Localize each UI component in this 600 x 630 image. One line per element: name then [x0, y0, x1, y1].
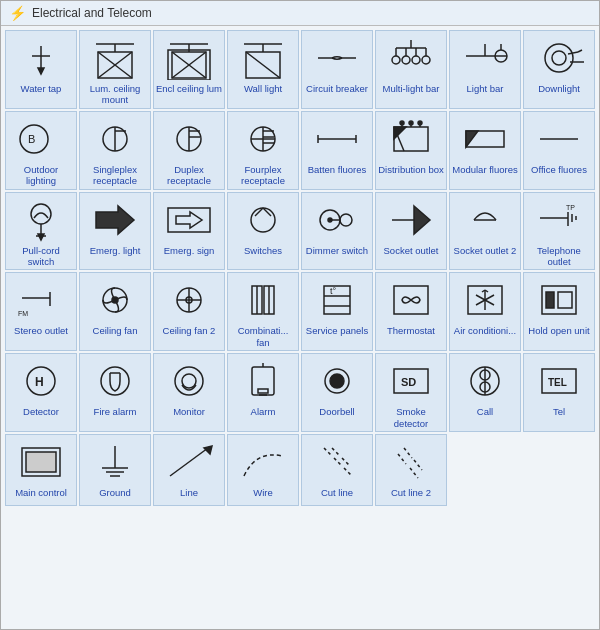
symbol-stereo-outlet[interactable]: FM Stereo outlet	[5, 272, 77, 351]
symbol-switches[interactable]: Switches	[227, 192, 299, 271]
symbol-lum-ceiling-mount[interactable]: Lum. ceiling mount	[79, 30, 151, 109]
svg-line-152	[324, 448, 332, 456]
symbol-air-conditioning[interactable]: Air conditioni...	[449, 272, 521, 351]
svg-point-73	[31, 204, 51, 224]
symbol-alarm[interactable]: Alarm	[227, 353, 299, 432]
symbol-singleplex-receptacle[interactable]: Singleplex receptacle	[79, 111, 151, 190]
svg-point-29	[402, 56, 410, 64]
svg-line-154	[344, 468, 352, 476]
svg-line-153	[334, 458, 342, 466]
symbol-water-tap[interactable]: Water tap	[5, 30, 77, 109]
symbol-label: Cut line	[321, 487, 353, 498]
symbol-distribution-box[interactable]: Distribution box	[375, 111, 447, 190]
symbol-dimmer-switch[interactable]: Dimmer switch	[301, 192, 373, 271]
symbol-light-bar[interactable]: Light bar	[449, 30, 521, 109]
svg-point-84	[340, 214, 352, 226]
symbol-encl-ceiling-lum[interactable]: Encl ceiling lum	[153, 30, 225, 109]
symbol-batten-fluores[interactable]: Batten fluores	[301, 111, 373, 190]
symbol-label: Downlight	[538, 83, 580, 94]
symbol-tel[interactable]: TEL Tel	[523, 353, 595, 432]
svg-rect-121	[558, 292, 572, 308]
symbol-grid: Water tap Lum. ceiling mount	[1, 26, 599, 510]
title-bar: ⚡ Electrical and Telecom	[1, 1, 599, 26]
symbol-label: Encl ceiling lum	[156, 83, 222, 94]
symbol-emerg-light[interactable]: Emerg. light	[79, 192, 151, 271]
symbol-monitor[interactable]: Monitor	[153, 353, 225, 432]
svg-point-64	[400, 121, 404, 125]
symbol-emerg-sign[interactable]: Emerg. sign	[153, 192, 225, 271]
symbol-label: Line	[180, 487, 198, 498]
svg-rect-145	[26, 452, 56, 472]
symbol-outdoor-lighting[interactable]: B Outdoor lighting	[5, 111, 77, 190]
symbol-downlight[interactable]: Downlight	[523, 30, 595, 109]
symbol-label: Duplex receptacle	[156, 164, 222, 187]
symbol-label: Doorbell	[319, 406, 354, 417]
symbol-label: Socket outlet	[384, 245, 439, 256]
symbol-service-panels[interactable]: t° Service panels	[301, 272, 373, 351]
symbol-label: Air conditioni...	[454, 325, 516, 336]
symbol-label: Office fluores	[531, 164, 587, 175]
symbol-ground[interactable]: Ground	[79, 434, 151, 506]
symbol-label: Lum. ceiling mount	[82, 83, 148, 106]
symbol-ceiling-fan[interactable]: Ceiling fan	[79, 272, 151, 351]
svg-point-129	[182, 374, 196, 388]
svg-rect-108	[324, 286, 350, 314]
symbol-modular-fluores[interactable]: Modular fluores	[449, 111, 521, 190]
symbol-fire-alarm[interactable]: Fire alarm	[79, 353, 151, 432]
svg-text:H: H	[35, 375, 44, 389]
symbol-label: Fire alarm	[94, 406, 137, 417]
svg-point-30	[412, 56, 420, 64]
svg-text:B: B	[28, 133, 35, 145]
symbol-label: Circuit breaker	[306, 83, 368, 94]
symbol-label: Ceiling fan	[93, 325, 138, 336]
symbol-telephone-outlet[interactable]: TP Telephone outlet	[523, 192, 595, 271]
symbol-call[interactable]: Call	[449, 353, 521, 432]
svg-marker-71	[466, 131, 478, 147]
symbol-label: Cut line 2	[391, 487, 431, 498]
symbol-pull-cord-switch[interactable]: Pull-cord switch	[5, 192, 77, 271]
svg-line-150	[170, 448, 208, 476]
symbol-hold-open-unit[interactable]: Hold open unit	[523, 272, 595, 351]
symbol-label: Water tap	[21, 83, 62, 94]
symbol-label: Ceiling fan 2	[163, 325, 216, 336]
symbol-fourplex-receptacle[interactable]: Fourplex receptacle	[227, 111, 299, 190]
svg-text:t°: t°	[330, 286, 337, 296]
svg-point-38	[552, 51, 566, 65]
window-title: Electrical and Telecom	[32, 6, 152, 20]
symbol-doorbell[interactable]: Doorbell	[301, 353, 373, 432]
symbol-main-control[interactable]: Main control	[5, 434, 77, 506]
symbol-label: Main control	[15, 487, 67, 498]
symbol-cut-line-2[interactable]: Cut line 2	[375, 434, 447, 506]
symbol-socket-outlet-2[interactable]: Socket outlet 2	[449, 192, 521, 271]
symbol-duplex-receptacle[interactable]: Duplex receptacle	[153, 111, 225, 190]
symbol-label: Wire	[253, 487, 273, 498]
svg-text:TP: TP	[566, 204, 575, 211]
symbol-multi-light-bar[interactable]: Multi-light bar	[375, 30, 447, 109]
symbol-label: Multi-light bar	[382, 83, 439, 94]
symbol-wall-light[interactable]: Wall light	[227, 30, 299, 109]
symbol-cut-line[interactable]: Cut line	[301, 434, 373, 506]
symbol-smoke-detector[interactable]: SD Smoke detector	[375, 353, 447, 432]
symbol-wire[interactable]: Wire	[227, 434, 299, 506]
symbol-label: Emerg. light	[90, 245, 141, 256]
svg-line-41	[578, 50, 582, 52]
symbol-label: Modular fluores	[452, 164, 517, 175]
symbol-label: Dimmer switch	[306, 245, 368, 256]
symbol-office-fluores[interactable]: Office fluores	[523, 111, 595, 190]
svg-point-31	[422, 56, 430, 64]
symbol-ceiling-fan-2[interactable]: Ceiling fan 2	[153, 272, 225, 351]
svg-text:TEL: TEL	[548, 377, 567, 388]
symbol-line[interactable]: Line	[153, 434, 225, 506]
svg-point-28	[392, 56, 400, 64]
symbol-socket-outlet[interactable]: Socket outlet	[375, 192, 447, 271]
symbol-label: Distribution box	[378, 164, 443, 175]
svg-line-158	[414, 460, 422, 470]
symbol-circuit-breaker[interactable]: Circuit breaker	[301, 30, 373, 109]
svg-line-155	[332, 448, 340, 456]
symbol-thermostat[interactable]: Thermostat	[375, 272, 447, 351]
svg-rect-78	[168, 208, 210, 232]
svg-text:SD: SD	[401, 376, 416, 388]
symbol-detector[interactable]: H Detector	[5, 353, 77, 432]
symbol-combination-fan[interactable]: Combinati... fan	[227, 272, 299, 351]
svg-marker-76	[38, 234, 44, 240]
